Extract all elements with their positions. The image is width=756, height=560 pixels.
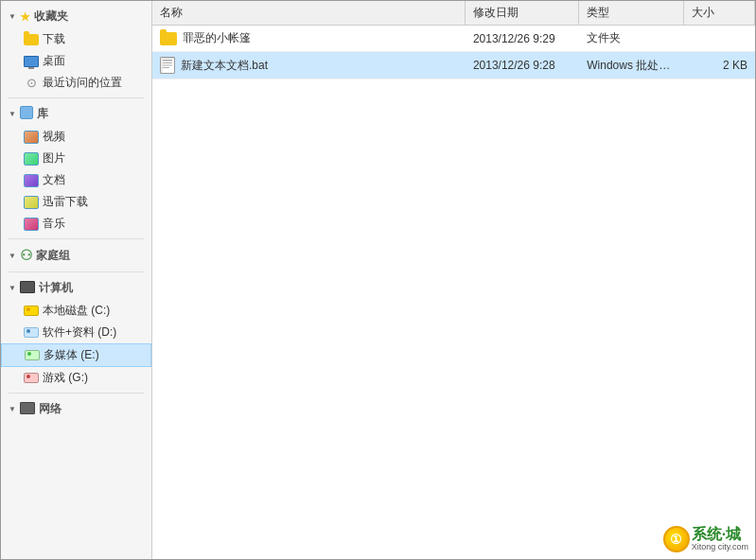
sidebar-item-video[interactable]: 视频 — [1, 126, 151, 148]
file-row-folder1[interactable]: 罪恶的小帐篷 2013/12/26 9:29 文件夹 — [152, 26, 755, 52]
location-icon: ⊙ — [24, 76, 39, 91]
sep3 — [9, 271, 144, 272]
drive-c-icon — [24, 304, 39, 319]
computer-arrow: ▼ — [9, 284, 16, 292]
sidebar-item-download[interactable]: 下载 — [1, 28, 151, 50]
favorites-arrow: ▼ — [9, 12, 16, 21]
library-arrow: ▼ — [9, 110, 16, 118]
music-label: 音乐 — [43, 216, 65, 232]
drive-g-icon — [24, 371, 39, 386]
sep4 — [9, 393, 144, 394]
video-label: 视频 — [43, 129, 65, 145]
file-date-folder1: 2013/12/26 9:29 — [466, 30, 579, 47]
explorer-window: ▼ ★ 收藏夹 下载 桌面 ⊙ — [0, 0, 756, 560]
homegroup-header[interactable]: ▼ ⚇ 家庭组 — [1, 243, 151, 268]
col-header-date[interactable]: 修改日期 — [466, 1, 579, 25]
col-header-type[interactable]: 类型 — [579, 1, 684, 25]
bat-file-icon — [160, 57, 175, 74]
file-size-bat1: 2 KB — [684, 57, 755, 74]
sidebar-item-drive-c[interactable]: 本地磁盘 (C:) — [1, 300, 151, 322]
folder-icon — [24, 32, 39, 47]
sep2 — [9, 238, 144, 239]
watermark-en: Xitong city.com — [692, 543, 748, 552]
favorites-header[interactable]: ▼ ★ 收藏夹 — [1, 5, 151, 28]
computer-label: 计算机 — [39, 280, 73, 296]
sidebar-item-drive-e[interactable]: 多媒体 (E:) — [1, 343, 151, 367]
download-label: 下载 — [43, 31, 65, 47]
watermark-logo: ① — [663, 526, 690, 552]
image-label: 图片 — [43, 150, 65, 166]
drive-e-label: 多媒体 (E:) — [44, 347, 99, 363]
drive-e-icon — [25, 348, 40, 363]
doc-icon — [24, 173, 39, 188]
svg-rect-3 — [163, 65, 172, 66]
sidebar-item-music[interactable]: 音乐 — [1, 213, 151, 235]
sidebar-item-image[interactable]: 图片 — [1, 148, 151, 169]
col-header-name[interactable]: 名称 — [152, 1, 466, 25]
doc-label: 文档 — [43, 172, 65, 188]
desktop-label: 桌面 — [43, 53, 65, 69]
homegroup-icon: ⚇ — [20, 247, 32, 264]
drive-d-label: 软件+资料 (D:) — [43, 324, 116, 341]
content-area: ▼ ★ 收藏夹 下载 桌面 ⊙ — [1, 1, 755, 559]
computer-section: ▼ 计算机 本地磁盘 (C:) — [1, 276, 151, 389]
desktop-icon — [24, 54, 39, 69]
favorites-label: 收藏夹 — [34, 9, 68, 25]
network-icon — [20, 402, 35, 417]
file-name-bat1: 新建文本文档.bat — [152, 55, 466, 76]
network-section: ▼ 网络 — [1, 397, 151, 421]
recent-label: 最近访问的位置 — [43, 75, 122, 91]
watermark-cn: 系统·城 — [692, 526, 748, 543]
file-list-header: 名称 修改日期 类型 大小 — [152, 1, 755, 26]
homegroup-arrow: ▼ — [9, 252, 16, 260]
main-content: 名称 修改日期 类型 大小 罪恶的小帐篷 — [152, 1, 755, 559]
watermark: ① 系统·城 Xitong city.com — [663, 526, 748, 552]
sep1 — [9, 97, 144, 98]
file-list: 罪恶的小帐篷 2013/12/26 9:29 文件夹 — [152, 26, 755, 559]
homegroup-section: ▼ ⚇ 家庭组 — [1, 243, 151, 268]
homegroup-label: 家庭组 — [36, 248, 70, 264]
svg-rect-2 — [163, 62, 172, 63]
file-row-bat1[interactable]: 新建文本文档.bat 2013/12/26 9:28 Windows 批处理..… — [152, 52, 755, 79]
image-icon — [24, 151, 39, 166]
drive-d-icon — [24, 325, 39, 341]
computer-icon — [20, 281, 35, 296]
computer-header[interactable]: ▼ 计算机 — [1, 276, 151, 300]
file-name-folder1: 罪恶的小帐篷 — [152, 28, 466, 48]
sidebar-item-doc[interactable]: 文档 — [1, 169, 151, 191]
folder-file-icon — [160, 32, 177, 45]
favorites-section: ▼ ★ 收藏夹 下载 桌面 ⊙ — [1, 5, 151, 94]
thunder-icon — [24, 195, 39, 210]
file-size-folder1 — [684, 37, 755, 41]
drive-c-label: 本地磁盘 (C:) — [43, 303, 110, 319]
sidebar-item-recent[interactable]: ⊙ 最近访问的位置 — [1, 72, 151, 94]
sidebar-item-desktop[interactable]: 桌面 — [1, 50, 151, 72]
sidebar-item-thunder[interactable]: 迅雷下载 — [1, 191, 151, 213]
favorites-icon: ★ — [20, 10, 30, 24]
library-icon — [20, 106, 33, 122]
library-section: ▼ 库 视频 图片 — [1, 102, 151, 235]
col-header-size[interactable]: 大小 — [684, 1, 755, 25]
file-type-folder1: 文件夹 — [579, 28, 684, 48]
svg-rect-1 — [163, 60, 172, 61]
video-icon — [24, 130, 39, 145]
file-type-bat1: Windows 批处理... — [579, 56, 684, 76]
sidebar: ▼ ★ 收藏夹 下载 桌面 ⊙ — [1, 1, 152, 559]
file-date-bat1: 2013/12/26 9:28 — [466, 57, 579, 74]
music-icon — [24, 217, 39, 232]
sidebar-item-drive-g[interactable]: 游戏 (G:) — [1, 367, 151, 389]
thunder-label: 迅雷下载 — [43, 194, 88, 210]
network-header[interactable]: ▼ 网络 — [1, 397, 151, 421]
watermark-text: 系统·城 Xitong city.com — [692, 526, 748, 551]
library-label: 库 — [37, 106, 48, 122]
svg-rect-4 — [163, 67, 169, 68]
library-header[interactable]: ▼ 库 — [1, 102, 151, 126]
network-label: 网络 — [39, 401, 62, 417]
sidebar-item-drive-d[interactable]: 软件+资料 (D:) — [1, 322, 151, 343]
network-arrow: ▼ — [9, 405, 16, 413]
drive-g-label: 游戏 (G:) — [43, 370, 88, 386]
